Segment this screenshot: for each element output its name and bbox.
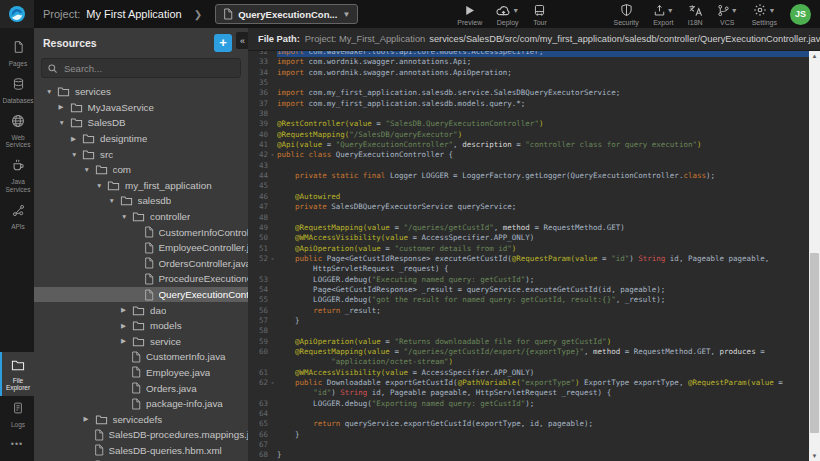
line-number[interactable]: 37 [248,99,268,109]
deploy-button[interactable]: ▼ Deploy [496,3,519,26]
line-number[interactable]: 64 [248,409,268,419]
line-number[interactable]: 62 [248,378,268,388]
tree-folder-dao[interactable]: ▶dao [34,302,248,318]
line-number[interactable]: 47 [248,202,268,212]
editor-scrollbar[interactable]: ▲ ▼ [809,51,820,461]
line-number[interactable]: 60 [248,347,268,357]
security-button[interactable]: Security [614,3,639,26]
line-number[interactable]: 67 [248,440,268,450]
line-number[interactable]: 68 [248,450,268,460]
user-avatar[interactable]: JS [790,4,811,25]
tour-button[interactable]: Tour [533,3,547,26]
file-icon [131,382,141,394]
line-number[interactable]: 56 [248,306,268,316]
wavemaker-logo-icon[interactable] [0,0,34,28]
tree-file-queryexecutioncontroller-java[interactable]: QueryExecutionController.java [34,287,248,303]
tree-folder-controller[interactable]: ▼controller [34,209,248,225]
gutter-spacer [268,109,277,119]
line-number[interactable]: 65 [248,419,268,429]
rail-item-pages[interactable]: Pages [0,35,34,72]
code-content[interactable]: 32import com.wavemaker.tools.api.core.mo… [248,51,809,461]
tree-folder-com[interactable]: ▼com [34,162,248,178]
tree-file-customerinfocontroller-java[interactable]: CustomerInfoController.java [34,224,248,240]
line-number[interactable]: 49 [248,223,268,233]
line-number[interactable] [248,388,268,398]
line-number[interactable]: 39 [248,119,268,129]
rail-item-logs[interactable]: Logs [0,396,34,433]
line-number[interactable]: 50 [248,233,268,243]
rail-item-databases[interactable]: Databases [0,72,34,109]
tree-folder-servicedefs[interactable]: ▶servicedefs [34,411,248,427]
tree-item-label: models [150,320,182,331]
tree-folder-models[interactable]: ▶models [34,318,248,334]
line-number[interactable]: 40 [248,130,268,140]
scroll-down-arrow[interactable]: ▼ [809,451,820,461]
line-number[interactable]: 66 [248,430,268,440]
settings-label: Settings [752,19,777,26]
tree-folder-myjavaservice[interactable]: ▶MyJavaService [34,100,248,116]
line-number[interactable]: 35 [248,78,268,88]
rail-more-button[interactable]: ••• [0,433,34,455]
vcs-button[interactable]: ▼ VCS [717,3,738,26]
tree-file-salesdb-queries-hbm-xml[interactable]: SalesDB-queries.hbm.xml [34,443,248,459]
gutter-spacer [268,295,277,305]
tree-file-salesdb-procedures-mappings-json[interactable]: SalesDB-procedures.mappings.json [34,427,248,443]
tree-file-procedureexecutioncontroller-java[interactable]: ProcedureExecutionController.java [34,271,248,287]
fold-marker[interactable]: - [268,254,277,264]
line-number[interactable]: 61 [248,368,268,378]
code-editor[interactable]: 32import com.wavemaker.tools.api.core.mo… [248,51,820,461]
line-number[interactable]: 42 [248,150,268,160]
fold-marker[interactable]: - [268,378,277,388]
open-file-dropdown[interactable]: QueryExecutionCon... ▼ [215,4,358,24]
line-number[interactable] [248,264,268,274]
tree-folder-designtime[interactable]: ▶designtime [34,131,248,147]
i18n-button[interactable]: I18N [688,3,703,26]
tree-file-orders-java[interactable]: Orders.java [34,380,248,396]
line-number[interactable]: 44 [248,171,268,181]
line-number[interactable]: 63 [248,399,268,409]
line-number[interactable]: 43 [248,161,268,171]
line-number[interactable]: 51 [248,244,268,254]
rail-item-apis[interactable]: APIs [0,198,34,235]
preview-button[interactable]: Preview [457,3,482,26]
line-number[interactable]: 59 [248,337,268,347]
code-line-62: 62- public Downloadable exportGetCustId(… [248,378,809,388]
scrollbar-thumb[interactable] [810,253,819,433]
add-resource-button[interactable]: + [214,34,232,52]
tree-folder-src[interactable]: ▼src [34,146,248,162]
line-number[interactable]: 54 [248,285,268,295]
tree-file-package-info-java[interactable]: package-info.java [34,396,248,412]
tree-folder-salesdb[interactable]: ▼SalesDB [34,115,248,131]
tree-file-employeecontroller-java[interactable]: EmployeeController.java [34,240,248,256]
line-number[interactable]: 53 [248,275,268,285]
rail-item-web-services[interactable]: Web Services [0,109,34,154]
line-number[interactable] [248,357,268,367]
line-number[interactable]: 55 [248,295,268,305]
scroll-up-arrow[interactable]: ▲ [809,51,820,61]
tree-file-employee-java[interactable]: Employee.java [34,365,248,381]
fold-marker[interactable]: - [268,150,277,160]
line-number[interactable]: 57 [248,316,268,326]
tree-file-orderscontroller-java[interactable]: OrdersController.java [34,256,248,272]
settings-button[interactable]: ▼ Settings [752,3,777,26]
tree-folder-salesdb[interactable]: ▼salesdb [34,193,248,209]
line-number[interactable]: 34 [248,68,268,78]
line-number[interactable]: 48 [248,213,268,223]
line-number[interactable]: 36 [248,88,268,98]
line-number[interactable]: 52 [248,254,268,264]
collapse-panel-button[interactable]: « [236,32,248,49]
tree-file-customerinfo-java[interactable]: CustomerInfo.java [34,349,248,365]
tree-folder-service[interactable]: ▶service [34,334,248,350]
rail-item-file-explorer[interactable]: File Explorer [0,352,34,397]
export-button[interactable]: ▼ Export [653,3,674,26]
line-number[interactable]: 33 [248,57,268,67]
line-number[interactable]: 58 [248,326,268,336]
line-number[interactable]: 38 [248,109,268,119]
line-number[interactable]: 41 [248,140,268,150]
search-input[interactable] [62,62,235,75]
rail-item-java-services[interactable]: Java Services [0,153,34,198]
tree-folder-services[interactable]: ▼services [34,84,248,100]
line-number[interactable]: 45 [248,181,268,191]
tree-folder-my-first-application[interactable]: ▼my_first_application [34,178,248,194]
line-number[interactable]: 46 [248,192,268,202]
